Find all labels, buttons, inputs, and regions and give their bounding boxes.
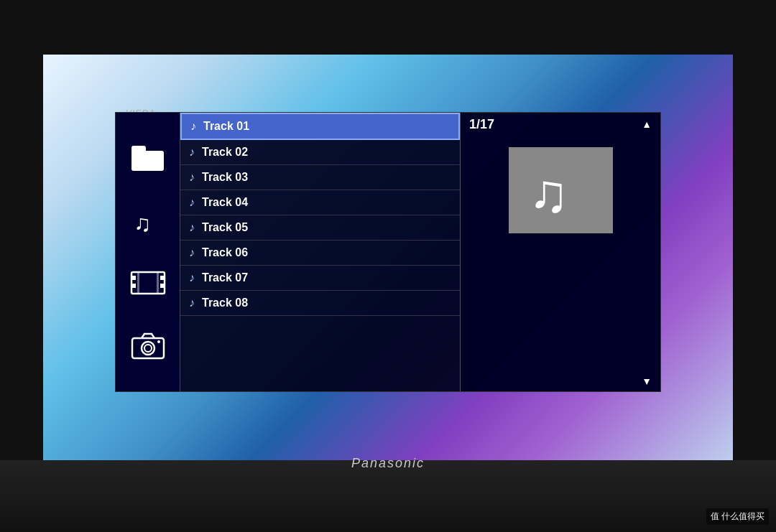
music-note-icon-5: ♪ bbox=[189, 221, 195, 234]
track-label-7: Track 07 bbox=[202, 271, 248, 284]
track-counter: 1/17 bbox=[469, 117, 494, 132]
track-item-3[interactable]: ♪ Track 03 bbox=[180, 165, 460, 190]
scroll-down-row: ▼ bbox=[461, 371, 660, 391]
track-label-8: Track 08 bbox=[202, 297, 248, 309]
tv-screen: VIERA ♫ bbox=[43, 55, 733, 478]
music-note-icon-1: ♪ bbox=[190, 120, 196, 133]
camera-icon bbox=[130, 331, 166, 360]
track-list: ♪ Track 01 ♪ Track 02 ♪ Track 03 ♪ Track… bbox=[180, 113, 461, 391]
svg-rect-7 bbox=[157, 272, 159, 294]
film-icon bbox=[130, 269, 166, 297]
svg-point-11 bbox=[157, 340, 160, 343]
svg-text:♫: ♫ bbox=[528, 163, 568, 223]
track-label-2: Track 02 bbox=[202, 146, 248, 159]
tv-brand: Panasonic bbox=[351, 456, 425, 471]
tv-outer: VIERA ♫ bbox=[0, 0, 776, 532]
music-note-icon-4: ♪ bbox=[189, 196, 195, 209]
track-item-4[interactable]: ♪ Track 04 bbox=[180, 190, 460, 215]
music-note-icon-7: ♪ bbox=[189, 271, 195, 284]
track-label-1: Track 01 bbox=[203, 120, 249, 133]
track-label-3: Track 03 bbox=[202, 171, 248, 184]
sidebar-item-folder[interactable] bbox=[128, 142, 167, 174]
tv-bottom-bar: Panasonic bbox=[0, 460, 776, 532]
svg-text:♫: ♫ bbox=[134, 210, 151, 235]
ui-container: ♫ bbox=[115, 112, 661, 392]
music-note-icon-6: ♪ bbox=[189, 246, 195, 259]
track-item-2[interactable]: ♪ Track 02 bbox=[180, 140, 460, 165]
svg-point-10 bbox=[144, 345, 152, 352]
album-art: ♫ bbox=[509, 147, 613, 233]
svg-rect-3 bbox=[131, 284, 136, 288]
counter-row: 1/17 ▲ bbox=[461, 113, 660, 136]
sidebar-item-video[interactable] bbox=[128, 267, 167, 299]
track-item-1[interactable]: ♪ Track 01 bbox=[180, 113, 460, 140]
sidebar-item-music[interactable]: ♫ bbox=[128, 205, 167, 237]
scroll-down-arrow[interactable]: ▼ bbox=[642, 375, 652, 387]
scroll-up-arrow[interactable]: ▲ bbox=[642, 118, 652, 130]
track-item-5[interactable]: ♪ Track 05 bbox=[180, 215, 460, 241]
track-label-6: Track 06 bbox=[202, 246, 248, 259]
right-panel: 1/17 ▲ ♫ ▼ bbox=[461, 113, 660, 391]
album-art-music-icon: ♫ bbox=[525, 158, 596, 223]
watermark: 值 什么值得买 bbox=[706, 508, 769, 525]
sidebar: ♫ bbox=[116, 113, 180, 391]
track-item-8[interactable]: ♪ Track 08 bbox=[180, 291, 460, 316]
svg-rect-1 bbox=[131, 272, 165, 294]
music-note-icon-3: ♪ bbox=[189, 171, 195, 184]
music-note-icon-8: ♪ bbox=[189, 297, 195, 309]
svg-rect-6 bbox=[137, 272, 139, 294]
svg-rect-2 bbox=[131, 276, 136, 280]
track-item-7[interactable]: ♪ Track 07 bbox=[180, 266, 460, 291]
music-icon: ♫ bbox=[130, 206, 166, 235]
track-label-5: Track 05 bbox=[202, 221, 248, 234]
spacer bbox=[461, 244, 660, 371]
folder-icon bbox=[131, 146, 164, 171]
music-note-icon-2: ♪ bbox=[189, 146, 195, 159]
svg-point-9 bbox=[142, 342, 154, 355]
track-item-6[interactable]: ♪ Track 06 bbox=[180, 241, 460, 266]
svg-rect-4 bbox=[160, 276, 165, 280]
sidebar-item-camera[interactable] bbox=[128, 330, 167, 362]
track-label-4: Track 04 bbox=[202, 196, 248, 209]
svg-rect-5 bbox=[160, 284, 165, 288]
